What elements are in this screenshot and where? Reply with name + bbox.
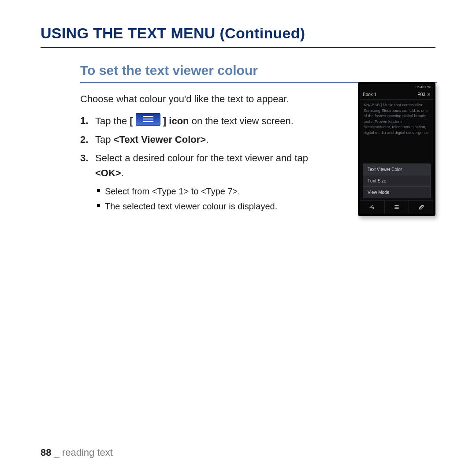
menu-item-view-mode: View Mode [363, 187, 430, 198]
footer: 88 _ reading text [41, 447, 113, 458]
step-text-a: Select a desired colour for the text vie… [95, 152, 308, 164]
step-number: 2. [80, 132, 88, 147]
menu-icon [385, 201, 409, 214]
menu-icon [136, 113, 160, 126]
menu-item-font-size: Font Size [363, 175, 430, 187]
text-column: Choose what colour you'd like the text t… [80, 92, 331, 213]
screenshot-bottom-bar [360, 200, 433, 214]
step-text-b: <Text Viewer Color> [114, 134, 206, 145]
bracket-close: ] [160, 115, 169, 126]
bullet-1: Select from <Type 1> to <Type 7>. [95, 184, 331, 198]
status-right: 05:48 PM [416, 85, 431, 89]
device-screenshot: 05:48 PM Book 1 P03 ✕ KNABAB | Music tha… [358, 82, 435, 216]
section-heading: To set the text viewer colour [80, 63, 437, 83]
screenshot-page: P03 [417, 92, 425, 97]
step-3: 3. Select a desired colour for the text … [80, 151, 331, 213]
screenshot-inner: 05:48 PM Book 1 P03 ✕ KNABAB | Music tha… [360, 84, 433, 214]
step-text-c: . [121, 167, 124, 178]
screenshot-title: Book 1 [363, 92, 376, 97]
sub-bullets: Select from <Type 1> to <Type 7>. The se… [95, 184, 331, 213]
page-number: 88 [41, 447, 51, 458]
intro-text: Choose what colour you'd like the text t… [80, 92, 331, 106]
manual-page: USING THE TEXT MENU (Continued) To set t… [0, 0, 476, 476]
back-icon [360, 201, 385, 214]
step-text-c: . [206, 134, 208, 145]
page-heading: USING THE TEXT MENU (Continued) [41, 25, 435, 48]
menu-item-text-viewer-color: Text Viewer Color [363, 164, 430, 175]
attach-icon [409, 201, 433, 214]
step-number: 3. [80, 151, 88, 166]
step-text-a: Tap [95, 134, 114, 145]
close-icon: ✕ [427, 92, 431, 97]
footer-section: reading text [62, 447, 113, 458]
screenshot-popup-menu: Text Viewer Color Font Size View Mode [363, 164, 431, 198]
step-text-a: Tap the [95, 115, 130, 126]
bracket-open: [ [130, 115, 135, 126]
footer-sep: _ [51, 447, 62, 458]
step-text-b: icon [169, 115, 189, 126]
step-text-c: on the text view screen. [189, 115, 294, 126]
bullet-2: The selected text viewer colour is displ… [95, 199, 331, 213]
screenshot-sample-text: KNABAB | Music that comes Alive Samsung … [360, 100, 433, 164]
screenshot-title-bar: Book 1 P03 ✕ [360, 89, 433, 100]
status-bar: 05:48 PM [360, 84, 433, 89]
step-1: 1. Tap the [ ] icon on the text view scr… [80, 113, 331, 129]
step-number: 1. [80, 113, 88, 128]
steps-list: 1. Tap the [ ] icon on the text view scr… [80, 113, 331, 213]
step-2: 2. Tap <Text Viewer Color>. [80, 132, 331, 147]
step-text-b: <OK> [95, 167, 121, 178]
